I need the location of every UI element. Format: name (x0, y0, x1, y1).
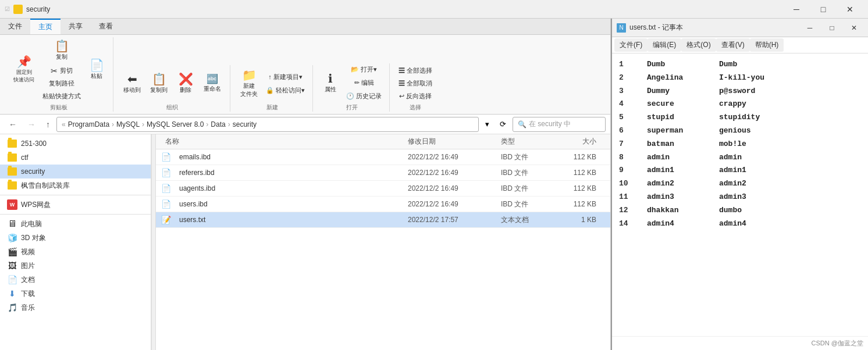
notepad-menu-edit[interactable]: 编辑(E) (648, 38, 681, 52)
copy-path-button[interactable]: 复制路径 (40, 77, 84, 90)
sidebar-item-3d[interactable]: 🧊 3D 对象 (0, 231, 151, 245)
forward-button[interactable]: → (23, 118, 40, 131)
table-row[interactable]: 📄 referers.ibd 2022/12/2 16:49 IBD 文件 11… (156, 165, 610, 181)
sidebar-resize-handle[interactable] (151, 134, 156, 350)
tab-home[interactable]: 主页 (30, 19, 61, 34)
column-type[interactable]: 类型 (501, 137, 559, 147)
maximize-button[interactable]: □ (810, 0, 837, 19)
sidebar-item-video[interactable]: 🎬 视频 (0, 245, 151, 259)
wps-icon: W (7, 199, 17, 210)
column-name[interactable]: 名称 (161, 137, 408, 147)
line-number: 8 (619, 152, 633, 164)
refresh-button[interactable]: ⟳ (496, 118, 510, 130)
notepad-maximize-button[interactable]: □ (823, 21, 841, 35)
path-mysql: MySQL (116, 120, 140, 128)
table-row[interactable]: 📄 uagents.ibd 2022/12/2 16:49 IBD 文件 112… (156, 181, 610, 197)
invert-selection-button[interactable]: ↩ 反向选择 (396, 90, 435, 102)
rename-button[interactable]: 🔤 重命名 (200, 72, 225, 96)
up-button[interactable]: ↑ (42, 118, 54, 131)
sidebar-divider-1 (0, 195, 151, 195)
minimize-button[interactable]: ─ (783, 0, 810, 19)
sidebar-item-ctf[interactable]: ctf (0, 151, 151, 165)
path-dropdown-button[interactable]: ▾ (481, 118, 493, 130)
address-path[interactable]: « ProgramData › MySQL › MySQL Server 8.0… (56, 117, 479, 132)
ribbon: 文件 主页 共享 查看 📌 固定到快速访问 (0, 19, 610, 115)
sidebar-item-251-300[interactable]: 251-300 (0, 137, 151, 151)
file-name: users.ibd (175, 200, 408, 208)
search-box[interactable]: 🔍 在 security 中 (513, 117, 606, 132)
rename-icon: 🔤 (207, 74, 218, 84)
easy-access-button[interactable]: 🔒 轻松访问▾ (263, 84, 308, 97)
close-button[interactable]: ✕ (837, 0, 863, 19)
select-all-button[interactable]: ☰ 全部选择 (396, 65, 435, 77)
file-size: 112 KB (559, 200, 606, 208)
3d-icon: 🧊 (7, 233, 17, 243)
list-item: 7 batman mob!le (619, 138, 861, 151)
image-icon: 🖼 (7, 260, 17, 271)
notepad-menu-format[interactable]: 格式(O) (681, 38, 716, 52)
column-date[interactable]: 修改日期 (408, 137, 501, 147)
file-name: referers.ibd (175, 169, 408, 177)
list-item: 4 secure crappy (619, 98, 861, 111)
history-button[interactable]: 🕐 历史记录 (343, 90, 385, 102)
sidebar-item-wps[interactable]: W WPS网盘 (0, 198, 151, 212)
notepad-close-button[interactable]: ✕ (845, 21, 863, 35)
sidebar-item-computer[interactable]: 🖥 此电脑 (0, 217, 151, 231)
tab-file[interactable]: 文件 (0, 19, 30, 34)
new-folder-button[interactable]: 📁 新建文件夹 (236, 66, 262, 101)
paste-button[interactable]: 📄 粘贴 (85, 56, 108, 83)
list-item: 12 dhakkan dumbo (619, 204, 861, 217)
copy-button[interactable]: 📋 复制 (40, 37, 84, 64)
path-mysql-server: MySQL Server 8.0 (147, 120, 204, 128)
username: admin3 (647, 191, 705, 203)
main-layout: 文件 主页 共享 查看 📌 固定到快速访问 (0, 19, 868, 350)
sidebar-item-image[interactable]: 🖼 图片 (0, 259, 151, 273)
table-row[interactable]: 📄 users.ibd 2022/12/2 16:49 IBD 文件 112 K… (156, 197, 610, 212)
username: Dummy (647, 85, 705, 98)
notepad-menu-view[interactable]: 查看(V) (716, 38, 750, 52)
pin-to-quick-access-button[interactable]: 📌 固定到快速访问 (9, 53, 38, 87)
column-size[interactable]: 大小 (559, 137, 606, 147)
username: admin1 (647, 165, 705, 177)
sidebar-item-music[interactable]: 🎵 音乐 (0, 301, 151, 315)
explorer-body: 251-300 ctf security 枫雪自制武装库 W (0, 134, 610, 350)
password: dumbo (719, 205, 742, 217)
sidebar-item-fengxue[interactable]: 枫雪自制武装库 (0, 178, 151, 192)
tab-share[interactable]: 共享 (61, 19, 91, 34)
edit-button[interactable]: ✏ 编辑 (343, 77, 385, 89)
paste-shortcut-button[interactable]: 粘贴快捷方式 (40, 90, 84, 102)
line-number: 4 (619, 98, 633, 110)
sidebar-item-security[interactable]: security (0, 165, 151, 178)
line-number: 14 (619, 218, 633, 230)
new-item-button[interactable]: ↑ 新建项目▾ (263, 71, 308, 83)
sidebar-item-download[interactable]: ⬇ 下载 (0, 287, 151, 301)
file-list-header: 名称 修改日期 类型 大小 (156, 134, 610, 149)
path-security: security (233, 120, 257, 128)
move-to-button[interactable]: ⬅ 移动到 (119, 70, 145, 97)
username: stupid (647, 112, 705, 124)
copy-to-button[interactable]: 📋 复制到 (146, 70, 172, 97)
sidebar-item-document[interactable]: 📄 文档 (0, 273, 151, 287)
cut-button[interactable]: ✂ 剪切 (40, 65, 84, 77)
select-none-button[interactable]: ☰ 全部取消 (396, 77, 435, 90)
ribbon-group-select: ☰ 全部选择 ☰ 全部取消 ↩ 反向选择 选择 (391, 65, 440, 112)
table-row[interactable]: 📄 emails.ibd 2022/12/2 16:49 IBD 文件 112 … (156, 149, 610, 165)
new-items: 📁 新建文件夹 ↑ 新建项目▾ 🔒 轻松访问▾ (236, 65, 308, 102)
table-row[interactable]: 📝 users.txt 2022/12/2 17:57 文本文档 1 KB (156, 212, 610, 228)
properties-button[interactable]: ℹ 属性 (319, 70, 342, 97)
notepad-menu-help[interactable]: 帮助(H) (750, 38, 784, 52)
file-date: 2022/12/2 17:57 (408, 216, 501, 224)
ribbon-group-organize: ⬅ 移动到 📋 复制到 ❌ 删除 🔤 重命名 (115, 65, 230, 112)
list-item: 2 Angelina I-kill-you (619, 72, 861, 85)
password: p@ssword (719, 85, 755, 98)
music-icon: 🎵 (7, 302, 17, 313)
delete-button[interactable]: ❌ 删除 (173, 70, 198, 97)
list-item: 8 admin admin (619, 151, 861, 165)
notepad-menu-file[interactable]: 文件(F) (614, 38, 648, 52)
open-button[interactable]: 📂 打开▾ (343, 63, 385, 76)
tab-view[interactable]: 查看 (91, 19, 121, 34)
back-button[interactable]: ← (5, 118, 21, 131)
file-type: IBD 文件 (501, 199, 559, 209)
file-date: 2022/12/2 16:49 (408, 169, 501, 177)
notepad-minimize-button[interactable]: ─ (801, 21, 819, 35)
